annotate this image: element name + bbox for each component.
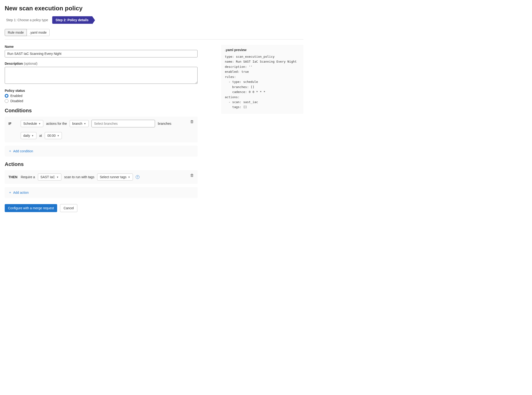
chevron-down-icon: ▼ [128,176,130,178]
add-condition-button[interactable]: ＋ Add condition [8,149,33,153]
chevron-down-icon: ▼ [56,176,59,178]
trash-icon [190,174,194,177]
chevron-down-icon: ▼ [38,122,41,125]
disabled-radio-label: Disabled [10,99,23,103]
configure-merge-request-button[interactable]: Configure with a merge request [5,204,57,212]
stepper: Step 1: Choose a policy type Step 2: Pol… [5,16,303,24]
add-condition-panel: ＋ Add condition [5,146,198,157]
add-condition-label: Add condition [13,149,33,153]
cancel-button[interactable]: Cancel [60,204,77,212]
branch-select-value: branch [72,122,82,126]
if-label: IF [8,122,18,126]
add-action-button[interactable]: ＋ Add action [8,190,29,195]
plus-icon: ＋ [8,190,12,195]
add-action-label: Add action [13,191,29,194]
branch-select[interactable]: branch ▼ [70,120,89,127]
chevron-down-icon: ▼ [32,134,34,137]
description-optional: (optional) [24,62,38,66]
delete-action-button[interactable] [190,174,194,177]
conditions-heading: Conditions [5,108,198,114]
runner-tags-select[interactable]: Select runner tags ▼ [97,174,133,181]
actions-for-the-text: actions for the [46,122,67,126]
branches-input[interactable] [91,120,155,127]
schedule-select[interactable]: Schedule ▼ [21,120,43,127]
enabled-radio[interactable] [5,94,8,98]
chevron-down-icon: ▼ [84,122,86,125]
description-input[interactable] [5,67,198,84]
schedule-select-value: Schedule [23,122,37,126]
condition-panel: IF Schedule ▼ actions for the branch ▼ b… [5,116,198,143]
frequency-select[interactable]: daily ▼ [21,132,37,139]
yaml-preview-content: type: scan_execution_policy name: Run SA… [225,54,300,110]
action-panel: THEN Require a SAST IaC ▼ scan to run wi… [5,170,198,184]
name-input[interactable] [5,50,198,57]
description-label: Description (optional) [5,62,198,66]
status-label: Policy status [5,89,198,93]
add-action-panel: ＋ Add action [5,187,198,198]
at-text: at [39,134,42,137]
description-label-text: Description [5,62,23,66]
rule-mode-button[interactable]: Rule mode [5,29,27,36]
page-title: New scan execution policy [5,5,303,12]
scan-type-select[interactable]: SAST IaC ▼ [38,174,61,181]
require-a-text: Require a [21,175,35,179]
divider [5,39,303,39]
step-2-active: Step 2: Policy details [52,16,92,24]
chevron-down-icon: ▼ [57,134,59,137]
frequency-select-value: daily [23,134,30,137]
footer-actions: Configure with a merge request Cancel [5,204,198,212]
name-label: Name [5,45,198,49]
mode-toggle: Rule mode .yaml mode [5,29,50,36]
trash-icon [190,120,194,124]
disabled-radio[interactable] [5,99,8,103]
runner-tags-value: Select runner tags [100,175,127,179]
time-select-value: 00:00 [47,134,55,137]
yaml-preview-panel: .yaml preview type: scan_execution_polic… [221,45,303,114]
help-icon[interactable]: ? [136,175,140,179]
actions-heading: Actions [5,161,198,167]
step-1-label[interactable]: Step 1: Choose a policy type [5,18,49,22]
time-select[interactable]: 00:00 ▼ [45,132,62,139]
then-label: THEN [8,175,17,179]
enabled-radio-label: Enabled [10,94,22,98]
delete-condition-button[interactable] [190,120,194,124]
scan-to-run-text: scan to run with tags [64,175,94,179]
yaml-mode-button[interactable]: .yaml mode [27,29,50,36]
branches-text: branches [158,122,172,126]
plus-icon: ＋ [8,149,12,153]
scan-type-value: SAST IaC [40,175,55,179]
yaml-preview-title: .yaml preview [225,48,300,52]
